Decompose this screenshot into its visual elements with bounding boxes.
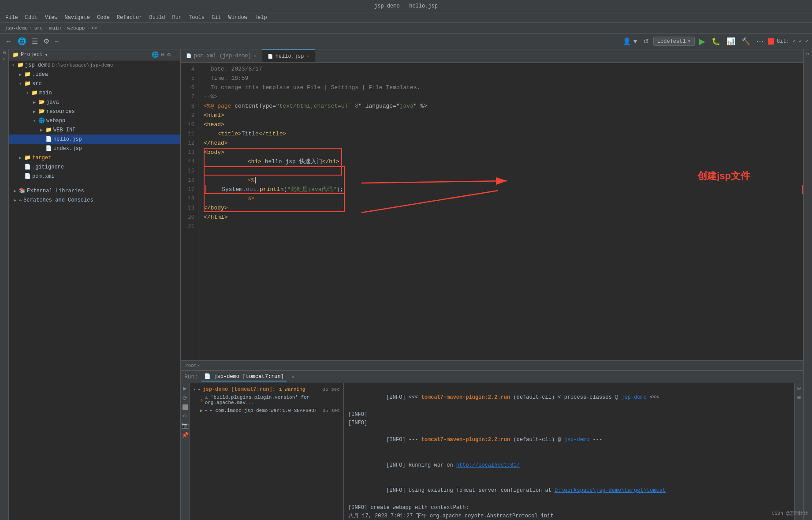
run-tree-main-label: jsp-demo [tomcat7:run]: xyxy=(202,386,276,393)
profile-dropdown[interactable]: LodeTest1 ▾ xyxy=(653,37,695,46)
profile-arrow: ▾ xyxy=(688,38,691,45)
tree-item-main[interactable]: ▾ 📁 main xyxy=(9,88,180,97)
run-tab-tomcat[interactable]: 📄 jsp-demo [tomcat7:run] xyxy=(201,372,287,382)
tab-hello-jsp[interactable]: 📄 hello.jsp ✕ xyxy=(262,49,315,62)
project-settings-icon[interactable]: ⚙ xyxy=(167,51,171,58)
sidebar-icon-bookmarks[interactable]: ⊞ xyxy=(1,51,7,54)
run-tree-main[interactable]: ▾ ✦ jsp-demo [tomcat7:run]: 1 warning 36… xyxy=(190,385,343,393)
tree-item-java[interactable]: ▶ 📂 java xyxy=(9,97,180,107)
breadcrumb-part-3[interactable]: main xyxy=(49,26,61,31)
log-line-3: [INFO] xyxy=(348,419,790,427)
toolbar-user-btn[interactable]: 👤 ▾ xyxy=(621,36,638,46)
menu-run[interactable]: Run xyxy=(169,14,184,22)
tab-label-hello-jsp: hello.jsp xyxy=(276,53,304,60)
git-info: Git: ✓ ✓ ✓ xyxy=(777,38,808,45)
run-tab-close[interactable]: ✕ xyxy=(292,374,295,380)
tree-item-pom-xml[interactable]: 📄 pom.xml xyxy=(9,172,180,181)
code-content[interactable]: Date: 2023/8/17 Time: 18:59 To change th… xyxy=(198,63,803,360)
breadcrumb-part-1[interactable]: jsp-demo xyxy=(4,26,28,31)
run-snapshot-btn[interactable]: 📷 xyxy=(182,422,189,429)
title-text: jsp-demo - hello.jsp xyxy=(374,3,438,9)
run-tree-child1[interactable]: ⚠ ⚠ 'build.plugins.plugin.version' for o… xyxy=(190,393,343,406)
run-right-btn-1[interactable]: ⊞ xyxy=(797,385,801,392)
folder-icon-webinf: 📁 xyxy=(45,127,52,133)
project-globe-icon[interactable]: 🌐 xyxy=(152,51,159,58)
tree-label-java: java xyxy=(46,99,59,105)
run-pin-btn[interactable]: 📌 xyxy=(182,432,189,439)
project-arrow[interactable]: ▾ xyxy=(45,52,48,58)
tab-close-pom-xml[interactable]: ✕ xyxy=(254,53,257,59)
run-button[interactable]: ▶ xyxy=(697,36,707,47)
menu-code[interactable]: Code xyxy=(94,14,112,22)
tree-item-jsp-demo[interactable]: ▾ 📁 jsp-demo D:\workspace\jsp-demo xyxy=(9,60,180,70)
coverage-button[interactable]: 📊 xyxy=(725,36,737,46)
code-editor: 4 5 6 7 8 9 10 11 12 13 14 15 16 17 18 1… xyxy=(181,63,803,360)
project-collapse-icon[interactable]: ⊟ xyxy=(161,51,165,58)
right-sidebar-icon-1[interactable]: ⚙ xyxy=(805,51,811,57)
tree-item-src[interactable]: ▾ 📁 src xyxy=(9,79,180,88)
toolbar-settings-btn[interactable]: ⚙ xyxy=(41,36,51,46)
tree-label-hello-jsp: hello.jsp xyxy=(53,136,82,142)
tree-item-gitignore[interactable]: 📄 .gitignore xyxy=(9,162,180,172)
tree-item-webinf[interactable]: ▶ 📁 WEB-INF xyxy=(9,125,180,135)
run-tree-child2[interactable]: ▶ ✦ ✦ com.imooc:jsp-demo:war:1.0-SNAPSHO… xyxy=(190,406,343,415)
tree-arrow-target: ▶ xyxy=(18,155,23,161)
tree-arrow-java: ▶ xyxy=(32,100,37,105)
toolbar-undo-btn[interactable]: ↺ xyxy=(641,36,651,46)
toolbar-minus-btn[interactable]: − xyxy=(53,37,60,46)
toolbar-list-btn[interactable]: ☰ xyxy=(30,36,40,46)
tab-pom-xml[interactable]: 📄 pom.xml (jsp-demo) ✕ xyxy=(181,49,262,62)
toolbar-back-btn[interactable]: ← xyxy=(4,37,14,46)
tree-item-target[interactable]: ▶ 📁 target xyxy=(9,153,180,162)
menu-window[interactable]: Window xyxy=(226,14,250,22)
main-layout: ⊞ ≡ 📁 Project ▾ 🌐 ⊟ ⚙ − ▾ 📁 jsp-demo D xyxy=(0,49,812,520)
tab-close-hello-jsp[interactable]: ✕ xyxy=(306,54,309,59)
project-minimize-icon[interactable]: − xyxy=(173,51,177,58)
breadcrumb-part-5[interactable]: <> xyxy=(91,26,97,31)
run-tree-icon-main: ✦ xyxy=(197,386,201,393)
tree-item-index-jsp[interactable]: 📄 index.jsp xyxy=(9,144,180,153)
menu-git[interactable]: Git xyxy=(209,14,224,22)
run-tree-child2-label: ✦ com.imooc:jsp-demo:war:1.0-SNAPSHOT xyxy=(209,408,317,413)
run-resume-btn[interactable]: ⟳ xyxy=(183,395,187,402)
menu-view[interactable]: View xyxy=(42,14,60,22)
localhost-link[interactable]: http://localhost:81/ xyxy=(456,462,520,468)
toolbar-globe-btn[interactable]: 🌐 xyxy=(16,36,28,46)
tomcat-path-link[interactable]: D:\workspace\jsp-demo\target\tomcat xyxy=(555,487,666,494)
tree-item-resources[interactable]: ▶ 📂 resources xyxy=(9,107,180,116)
menu-refactor[interactable]: Refactor xyxy=(114,14,145,22)
tree-item-external-libraries[interactable]: ▶ 📚 External Libraries xyxy=(9,186,180,195)
run-log[interactable]: [INFO] <<< tomcat7-maven-plugin:2.2:run … xyxy=(344,383,794,520)
tree-label-resources: resources xyxy=(46,108,75,115)
tree-arrow-webinf: ▶ xyxy=(39,127,44,133)
menu-help[interactable]: Help xyxy=(252,14,270,22)
project-folder-icon: 📁 xyxy=(12,52,19,58)
breadcrumb-part-4[interactable]: webapp xyxy=(67,26,85,31)
tree-label-pom-xml: pom.xml xyxy=(32,173,54,180)
stop-button[interactable] xyxy=(768,38,774,45)
menu-edit[interactable]: Edit xyxy=(22,14,41,22)
menu-build[interactable]: Build xyxy=(146,14,168,22)
file-icon-pom-xml: 📄 xyxy=(24,173,31,180)
sidebar-icon-structure[interactable]: ≡ xyxy=(2,58,7,61)
tree-item-idea[interactable]: ▶ 📁 .idea xyxy=(9,70,180,79)
breadcrumb-part-2[interactable]: src xyxy=(34,26,43,31)
tree-arrow-scratches: ▶ xyxy=(12,198,18,203)
build-artifact-btn[interactable]: 🔨 xyxy=(740,36,752,46)
menu-file[interactable]: File xyxy=(3,14,21,22)
tree-item-webapp[interactable]: ▾ 🌐 webapp xyxy=(9,116,180,125)
run-restart-btn[interactable]: ▶ xyxy=(183,385,187,392)
menu-tools[interactable]: Tools xyxy=(186,14,207,22)
run-tree-arrow-main: ▾ xyxy=(193,387,196,392)
more-run-btn[interactable]: ⋯ xyxy=(755,36,765,46)
log-line-7: [INFO] create webapp with contextPath: xyxy=(348,504,790,512)
tree-item-scratches[interactable]: ▶ ✏ Scratches and Consoles xyxy=(9,195,180,205)
run-settings-btn[interactable]: ⚙ xyxy=(183,412,187,419)
run-right-btn-2[interactable]: ⊟ xyxy=(797,394,801,401)
debug-button[interactable]: 🐛 xyxy=(710,36,722,46)
tree-item-hello-jsp[interactable]: 📄 hello.jsp xyxy=(9,135,180,144)
tree-label-scratches: Scratches and Consoles xyxy=(23,197,93,203)
menu-navigate[interactable]: Navigate xyxy=(62,14,93,22)
code-line-18: %> xyxy=(204,194,803,203)
run-stop-btn[interactable] xyxy=(183,404,188,410)
